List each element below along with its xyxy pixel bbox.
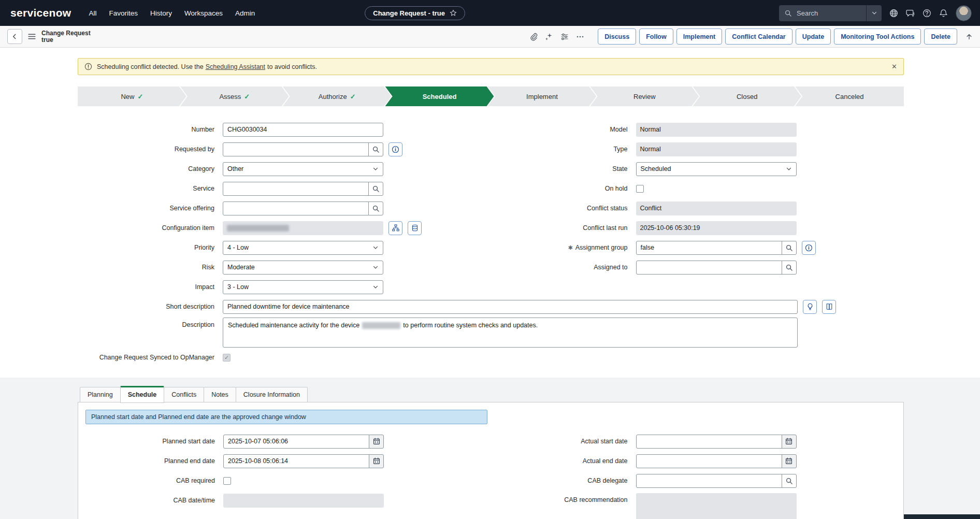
search-icon — [784, 9, 792, 17]
input-planned-end-date[interactable] — [223, 454, 369, 468]
user-avatar[interactable] — [956, 5, 972, 21]
stage-implement[interactable]: Implement — [488, 86, 597, 106]
more-actions-icon[interactable] — [573, 30, 587, 44]
stage-closed[interactable]: Closed — [693, 86, 801, 106]
checkbox-cab-required[interactable] — [223, 477, 231, 485]
top-nav: servicenow AllFavoritesHistoryWorkspaces… — [0, 0, 980, 26]
lookup-icon-service-offering[interactable] — [368, 201, 383, 215]
stage-review[interactable]: Review — [590, 86, 699, 106]
discuss-button[interactable]: Discuss — [598, 28, 636, 45]
personalize-wand-icon[interactable] — [542, 30, 556, 44]
search-input[interactable] — [796, 9, 854, 18]
field-label-on-hold: On hold — [491, 185, 636, 193]
stage-canceled[interactable]: Canceled — [795, 86, 904, 106]
info-icon[interactable] — [802, 241, 816, 255]
lookup-icon-cab-delegate[interactable] — [782, 474, 797, 488]
back-button[interactable] — [7, 29, 22, 44]
servicenow-logo[interactable]: servicenow — [10, 7, 71, 19]
select-category[interactable]: Other — [223, 162, 383, 176]
field-row-actual-start-date: Actual start date — [491, 431, 904, 451]
lookup-icon-assigned-to[interactable] — [782, 261, 797, 275]
tab-closure-information[interactable]: Closure Information — [236, 387, 308, 402]
input-actual-start-date[interactable] — [636, 435, 782, 449]
header-actions: DiscussFollowImplementConflict CalendarU… — [526, 28, 973, 45]
context-menu-icon[interactable] — [27, 32, 36, 41]
tab-notes[interactable]: Notes — [204, 387, 236, 402]
field-control-category: Other — [223, 162, 383, 176]
field-control-cab-required — [223, 477, 384, 485]
tab-schedule[interactable]: Schedule — [120, 386, 165, 403]
lookup-icon-requested-by[interactable] — [368, 142, 383, 156]
tab-conflicts[interactable]: Conflicts — [164, 387, 204, 402]
stage-scheduled[interactable]: Scheduled — [385, 86, 494, 106]
nav-item-workspaces[interactable]: Workspaces — [178, 6, 229, 20]
input-service[interactable] — [223, 182, 369, 196]
update-button[interactable]: Update — [796, 28, 831, 45]
chat-icon[interactable] — [906, 9, 915, 18]
warning-text: Scheduling conflict detected. Use the Sc… — [97, 63, 317, 70]
input-cab-delegate[interactable] — [636, 474, 782, 488]
input-planned-start-date[interactable] — [223, 435, 369, 449]
input-short-description[interactable] — [223, 300, 798, 314]
input-description[interactable]: Scheduled maintenance activity for the d… — [223, 318, 798, 348]
help-icon[interactable] — [923, 9, 931, 18]
stage-label: Authorize — [319, 93, 347, 100]
nav-item-history[interactable]: History — [144, 6, 178, 20]
context-pill[interactable]: Change Request - true — [365, 6, 465, 20]
nav-item-favorites[interactable]: Favorites — [103, 6, 144, 20]
input-number[interactable] — [223, 123, 383, 137]
close-banner-icon[interactable]: ✕ — [891, 63, 897, 70]
implement-button[interactable]: Implement — [676, 28, 723, 45]
field-row-priority: Priority4 - Low — [78, 238, 491, 257]
nav-item-admin[interactable]: Admin — [229, 6, 261, 20]
lookup-icon-service[interactable] — [368, 182, 383, 196]
checkbox-change-request-synced-to-opmanager[interactable]: ✓ — [223, 354, 230, 362]
record-header: Change Request true DiscussFollowImpleme… — [0, 26, 980, 48]
info-icon[interactable] — [388, 142, 402, 156]
input-requested-by[interactable] — [223, 142, 369, 156]
delete-button[interactable]: Delete — [924, 28, 957, 45]
search-box[interactable] — [779, 5, 866, 21]
checkbox-on-hold[interactable] — [636, 185, 644, 193]
search-scope-dropdown[interactable] — [866, 5, 882, 21]
select-risk[interactable]: Moderate — [223, 261, 383, 275]
calendar-icon-actual-start-date[interactable] — [782, 435, 797, 449]
stage-assess[interactable]: Assess✓ — [180, 86, 289, 106]
notifications-bell-icon[interactable] — [939, 9, 948, 18]
readonly-conflict-last-run: 2025-10-06 05:30:19 — [636, 221, 797, 235]
nav-item-all[interactable]: All — [82, 6, 103, 20]
select-impact[interactable]: 3 - Low — [223, 280, 383, 294]
suggestion-lightbulb-icon[interactable] — [803, 300, 817, 314]
dependency-map-icon[interactable] — [388, 221, 402, 235]
input-assigned-to[interactable] — [636, 261, 782, 275]
input-assignment-group[interactable] — [636, 241, 782, 255]
chevron-down-icon — [372, 284, 379, 290]
stage-new[interactable]: New✓ — [78, 86, 186, 106]
select-state[interactable]: Scheduled — [636, 162, 797, 176]
input-service-offering[interactable] — [223, 201, 369, 215]
monitoring-tool-actions-button[interactable]: Monitoring Tool Actions — [834, 28, 921, 45]
ci-details-icon[interactable] — [408, 221, 422, 235]
tab-planning[interactable]: Planning — [80, 387, 121, 402]
schedule-column-right: Actual start dateActual end dateCAB dele… — [491, 431, 904, 519]
field-label-planned-end-date: Planned end date — [78, 457, 223, 465]
calendar-icon-planned-end-date[interactable] — [369, 454, 384, 468]
field-control-conflict-last-run: 2025-10-06 05:30:19 — [636, 221, 797, 235]
form-layout-sliders-icon[interactable] — [557, 30, 572, 44]
scroll-top-icon[interactable] — [965, 33, 973, 40]
globe-icon[interactable] — [889, 9, 898, 18]
scheduling-assistant-link[interactable]: Scheduling Assistant — [206, 63, 265, 70]
calendar-icon-actual-end-date[interactable] — [782, 454, 797, 468]
attachment-paperclip-icon[interactable] — [526, 30, 541, 44]
stage-authorize[interactable]: Authorize✓ — [283, 86, 392, 106]
change-window-info: Planned start date and Planned end date … — [85, 410, 487, 424]
calendar-icon-planned-start-date[interactable] — [369, 435, 384, 449]
input-actual-end-date[interactable] — [636, 454, 782, 468]
select-priority[interactable]: 4 - Low — [223, 241, 383, 255]
knowledge-book-icon[interactable] — [822, 300, 836, 314]
follow-button[interactable]: Follow — [639, 28, 673, 45]
conflict-calendar-button[interactable]: Conflict Calendar — [725, 28, 792, 45]
record-title-line2: true — [41, 37, 91, 44]
lookup-icon-assignment-group[interactable] — [782, 241, 797, 255]
favorite-star-icon[interactable] — [450, 9, 457, 17]
